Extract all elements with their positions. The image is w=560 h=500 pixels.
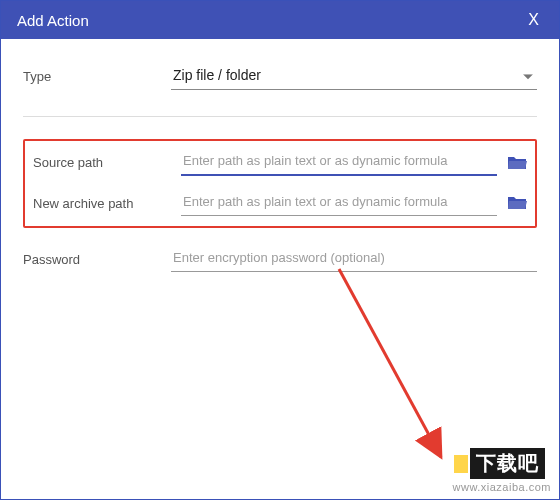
source-path-label: Source path [33, 155, 181, 170]
type-field[interactable]: Zip file / folder [171, 63, 537, 90]
logo-text: 下载吧 [470, 448, 545, 479]
dialog-titlebar: Add Action X [1, 1, 559, 39]
archive-path-row: New archive path [33, 190, 527, 216]
folder-icon [507, 155, 527, 171]
dialog-content: Type Zip file / folder Source path [1, 39, 559, 272]
source-path-input[interactable] [181, 149, 497, 176]
source-browse-button[interactable] [507, 155, 527, 171]
watermark-text: www.xiazaiba.com [453, 481, 551, 493]
svg-line-0 [339, 269, 441, 457]
logo-square-icon [454, 455, 468, 473]
password-row: Password [23, 246, 537, 272]
close-button[interactable]: X [524, 11, 543, 29]
source-path-field [181, 149, 527, 176]
type-select[interactable]: Zip file / folder [171, 63, 537, 90]
highlighted-inputs: Source path New archive path [23, 139, 537, 228]
divider [23, 116, 537, 117]
source-path-row: Source path [33, 149, 527, 176]
site-logo: 下载吧 [454, 448, 545, 479]
folder-icon [507, 195, 527, 211]
type-row: Type Zip file / folder [23, 63, 537, 90]
archive-path-label: New archive path [33, 196, 181, 211]
archive-path-field [181, 190, 527, 216]
add-action-dialog: Add Action X Type Zip file / folder Sour… [0, 0, 560, 500]
password-field [171, 246, 537, 272]
password-input[interactable] [171, 246, 537, 272]
archive-path-input[interactable] [181, 190, 497, 216]
type-label: Type [23, 69, 171, 84]
archive-browse-button[interactable] [507, 195, 527, 211]
dialog-title: Add Action [17, 12, 89, 29]
password-label: Password [23, 252, 171, 267]
annotation-arrow-icon [331, 261, 461, 481]
